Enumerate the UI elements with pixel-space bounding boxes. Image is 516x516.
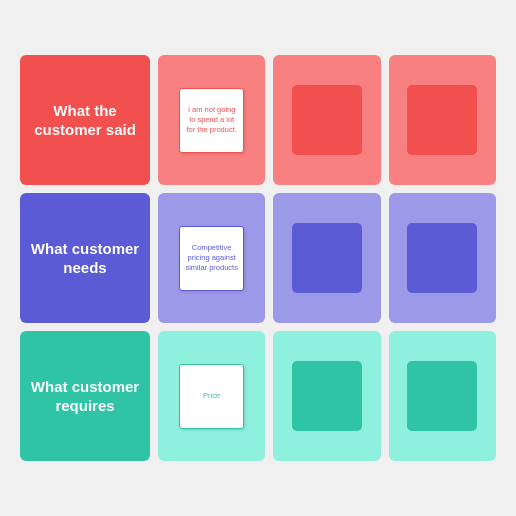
card-purple-3[interactable] xyxy=(407,223,477,293)
card-red-3[interactable] xyxy=(407,85,477,155)
sticky-red[interactable]: I am not going to spend a lot for the pr… xyxy=(179,88,244,153)
label-customer-requires: What customer requires xyxy=(20,331,150,461)
cell-purple-3 xyxy=(389,193,496,323)
cell-purple-sticky: Competitive pricing against similar prod… xyxy=(158,193,265,323)
main-grid: What the customer said I am not going to… xyxy=(0,35,516,481)
card-teal-2[interactable] xyxy=(292,361,362,431)
label-customer-said: What the customer said xyxy=(20,55,150,185)
cell-purple-2 xyxy=(273,193,380,323)
cell-red-sticky: I am not going to spend a lot for the pr… xyxy=(158,55,265,185)
sticky-purple[interactable]: Competitive pricing against similar prod… xyxy=(179,226,244,291)
cell-red-2 xyxy=(273,55,380,185)
row-red: What the customer said I am not going to… xyxy=(20,55,496,185)
card-teal-3[interactable] xyxy=(407,361,477,431)
row-purple: What customer needs Competitive pricing … xyxy=(20,193,496,323)
cell-red-3 xyxy=(389,55,496,185)
sticky-teal[interactable]: Price xyxy=(179,364,244,429)
label-customer-needs: What customer needs xyxy=(20,193,150,323)
card-red-2[interactable] xyxy=(292,85,362,155)
cell-teal-2 xyxy=(273,331,380,461)
row-teal: What customer requires Price xyxy=(20,331,496,461)
cell-teal-sticky: Price xyxy=(158,331,265,461)
cell-teal-3 xyxy=(389,331,496,461)
card-purple-2[interactable] xyxy=(292,223,362,293)
